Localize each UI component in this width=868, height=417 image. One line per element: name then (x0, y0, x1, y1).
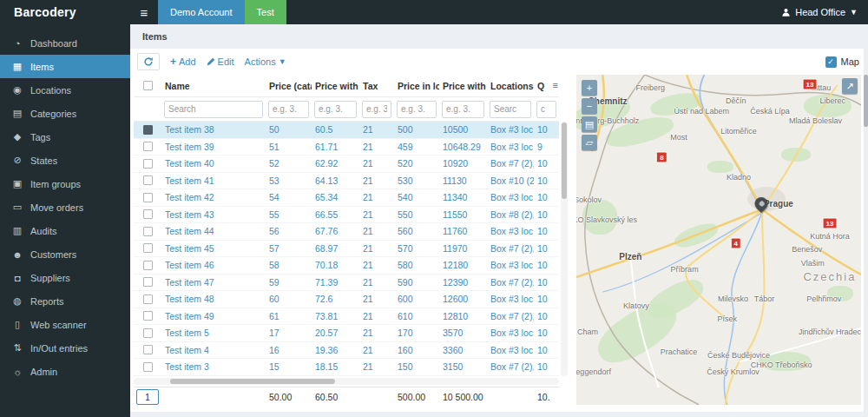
filter-quantity-input[interactable] (536, 101, 556, 118)
price-with-tax-cell[interactable]: 73.81 (312, 311, 359, 321)
price-catalog-cell[interactable]: 56 (266, 226, 312, 236)
row-checkbox[interactable] (143, 175, 153, 185)
row-checkbox[interactable] (143, 362, 153, 372)
tax-cell[interactable]: 21 (359, 243, 394, 254)
item-name-link[interactable]: Test item 39 (161, 142, 266, 152)
sidebar-item[interactable]: ▯ Web scanner ‹ (0, 313, 130, 336)
table-row[interactable]: Test item 44 56 67.76 21 560 11760 Box #… (134, 223, 559, 241)
price-with-tax-cell[interactable]: 65.34 (312, 192, 359, 202)
measure-icon[interactable]: ▱ (582, 135, 597, 150)
sidebar-item[interactable]: ▭ Move orders ‹ (0, 195, 130, 219)
locations-cell[interactable]: Box #3 loc (487, 124, 534, 135)
page-scrollbar-thumb[interactable] (864, 75, 868, 127)
price-in-locations-cell[interactable]: 550 (394, 209, 439, 220)
locations-cell[interactable]: Box #8 (2), (487, 209, 534, 220)
quantity-cell[interactable]: 10 (534, 124, 559, 135)
price-with-tax-locations-cell[interactable]: 3360 (439, 345, 487, 355)
sidebar-item[interactable]: ◔ Dashboard ‹ (0, 31, 130, 55)
row-checkbox[interactable] (143, 159, 153, 169)
column-header-name[interactable]: Name (161, 81, 266, 91)
tax-cell[interactable]: 21 (359, 142, 394, 152)
row-checkbox[interactable] (143, 243, 153, 253)
column-header-price-with-tax-locations[interactable]: Price with t (439, 81, 487, 91)
locations-cell[interactable]: Box #3 loc (487, 345, 534, 355)
locations-cell[interactable]: Box #3 loc (487, 328, 534, 338)
price-with-tax-locations-cell[interactable]: 12600 (439, 294, 487, 304)
fullscreen-icon[interactable]: ↗ (842, 78, 858, 94)
price-in-locations-cell[interactable]: 150 (394, 361, 439, 372)
sidebar-item[interactable]: ◘ Suppliers ‹ (0, 266, 130, 289)
map-route-shield[interactable]: 13 (803, 79, 818, 90)
tax-cell[interactable]: 21 (359, 328, 394, 338)
locations-cell[interactable]: Box #3 loc (487, 226, 534, 236)
price-with-tax-locations-cell[interactable]: 10648.29 (439, 142, 487, 152)
price-catalog-cell[interactable]: 57 (266, 243, 312, 254)
add-button[interactable]: + Add (170, 56, 196, 68)
item-name-link[interactable]: Test item 45 (161, 243, 266, 254)
locations-cell[interactable]: Box #3 loc (487, 142, 534, 152)
locations-cell[interactable]: Box #3 loc (487, 192, 534, 202)
price-catalog-cell[interactable]: 50 (266, 124, 312, 135)
row-checkbox[interactable] (143, 125, 153, 135)
price-in-locations-cell[interactable]: 590 (394, 277, 439, 288)
column-chooser-icon[interactable]: ≡ (553, 80, 558, 90)
table-row[interactable]: Test item 43 55 66.55 21 550 11550 Box #… (134, 207, 559, 224)
item-name-link[interactable]: Test item 38 (161, 124, 266, 135)
price-with-tax-cell[interactable]: 70.18 (312, 260, 359, 270)
column-header-locations[interactable]: Locations (487, 81, 534, 91)
filter-tax-input[interactable] (362, 101, 391, 118)
horizontal-scrollbar-thumb[interactable] (170, 379, 335, 384)
price-with-tax-locations-cell[interactable]: 12810 (439, 311, 487, 321)
map-route-shield[interactable]: 8 (656, 152, 667, 163)
price-with-tax-cell[interactable]: 20.57 (312, 328, 359, 338)
tax-cell[interactable]: 21 (359, 345, 394, 355)
item-name-link[interactable]: Test item 5 (161, 328, 266, 338)
filter-price-catalog-input[interactable] (268, 101, 309, 118)
item-name-link[interactable]: Test item 3 (161, 361, 266, 372)
price-catalog-cell[interactable]: 51 (266, 142, 312, 152)
vertical-scrollbar-thumb[interactable] (562, 122, 567, 199)
table-row[interactable]: Test item 40 52 62.92 21 520 10920 Box #… (134, 156, 559, 173)
price-in-locations-cell[interactable]: 530 (394, 175, 439, 186)
item-name-link[interactable]: Test item 43 (161, 209, 266, 220)
map-checkbox[interactable]: ✓ (825, 56, 837, 68)
price-with-tax-cell[interactable]: 64.13 (312, 175, 359, 186)
locations-cell[interactable]: Box #7 (2), (487, 243, 534, 254)
price-with-tax-locations-cell[interactable]: 11760 (439, 226, 487, 236)
quantity-cell[interactable]: 10 (534, 328, 559, 338)
locations-cell[interactable]: Box #7 (2), (487, 277, 534, 288)
price-in-locations-cell[interactable]: 570 (394, 243, 439, 254)
map[interactable]: Freiberg Chemnitz Zittau Liberec Děčín Ú… (576, 75, 861, 405)
row-checkbox[interactable] (143, 345, 153, 354)
quantity-cell[interactable]: 10 (534, 192, 559, 202)
filter-name-input[interactable] (164, 101, 263, 118)
price-with-tax-cell[interactable]: 62.92 (312, 158, 359, 169)
table-row[interactable]: Test item 4 16 19.36 21 160 3360 Box #3 … (134, 342, 559, 360)
item-name-link[interactable]: Test item 41 (161, 175, 266, 186)
page-input[interactable] (136, 389, 159, 405)
price-with-tax-locations-cell[interactable]: 12390 (439, 277, 487, 288)
table-row[interactable]: Test item 39 51 61.71 21 459 10648.29 Bo… (134, 139, 559, 156)
table-row[interactable]: Test item 5 17 20.57 21 170 3570 Box #3 … (134, 325, 559, 342)
tax-cell[interactable]: 21 (359, 158, 394, 169)
item-name-link[interactable]: Test item 47 (161, 277, 266, 288)
price-with-tax-cell[interactable]: 67.76 (312, 226, 359, 236)
map-toggle[interactable]: ✓ Map (825, 56, 859, 68)
quantity-cell[interactable]: 10 (534, 175, 559, 186)
row-checkbox[interactable] (143, 227, 153, 236)
row-checkbox[interactable] (143, 193, 153, 202)
locations-cell[interactable]: Box #10 (2 (487, 175, 534, 186)
filter-price-with-tax-locations-input[interactable] (442, 101, 484, 118)
quantity-cell[interactable]: 10 (534, 260, 559, 270)
map-route-shield[interactable]: 13 (822, 218, 837, 229)
item-name-link[interactable]: Test item 4 (161, 345, 266, 355)
tax-cell[interactable]: 21 (359, 294, 394, 304)
sidebar-item[interactable]: ☻ Customers ‹ (0, 242, 130, 266)
price-with-tax-locations-cell[interactable]: 10500 (439, 124, 487, 135)
table-row[interactable]: Test item 3 15 18.15 21 150 3150 Box #7 … (134, 359, 559, 376)
account-demo-button[interactable]: Demo Account (158, 0, 245, 24)
price-with-tax-cell[interactable]: 66.55 (312, 209, 359, 220)
column-header-price-catalog[interactable]: Price (catal (266, 81, 312, 91)
row-checkbox[interactable] (143, 261, 153, 270)
tax-cell[interactable]: 21 (359, 277, 394, 288)
